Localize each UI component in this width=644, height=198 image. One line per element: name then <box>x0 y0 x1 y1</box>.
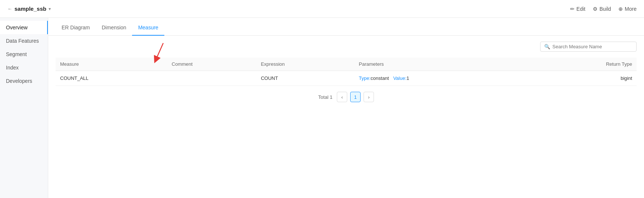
col-measure: Measure <box>56 58 167 71</box>
pagination-page-1[interactable]: 1 <box>350 92 361 102</box>
cell-return-type: bigint <box>532 71 637 86</box>
pagination-next-button[interactable]: › <box>364 92 374 102</box>
col-expression: Expression <box>256 58 354 71</box>
pagination: Total 1 ‹ 1 › <box>56 92 637 102</box>
param-value-label: Value: <box>393 75 407 81</box>
cell-parameters: Type:constant Value:1 <box>354 71 532 86</box>
edit-button[interactable]: ✏ Edit <box>570 6 585 12</box>
header: ← sample_ssb ▾ ✏ Edit ⚙ Build ⊕ More <box>0 0 644 18</box>
col-comment: Comment <box>167 58 256 71</box>
table-header-row: Measure Comment Expression Parameters Re… <box>56 58 637 71</box>
edit-icon: ✏ <box>570 6 575 12</box>
header-left: ← sample_ssb ▾ <box>7 6 51 12</box>
tab-er-diagram[interactable]: ER Diagram <box>56 20 96 36</box>
param-type-label: Type: <box>359 75 371 81</box>
chevron-down-icon[interactable]: ▾ <box>49 6 51 12</box>
cell-comment <box>167 71 256 86</box>
col-return-type: Return Type <box>532 58 637 71</box>
pagination-prev-button[interactable]: ‹ <box>337 92 347 102</box>
edit-label: Edit <box>576 6 585 12</box>
measure-table: Measure Comment Expression Parameters Re… <box>56 58 637 86</box>
tab-bar: ER Diagram Dimension Measure <box>48 18 644 36</box>
tab-measure[interactable]: Measure <box>132 20 164 36</box>
sidebar-item-index[interactable]: Index <box>0 61 48 74</box>
back-button[interactable]: ← <box>7 6 12 12</box>
sidebar: Overview Data Features Segment Index Dev… <box>0 18 48 198</box>
build-icon: ⚙ <box>593 6 598 12</box>
project-title: sample_ssb <box>14 6 46 12</box>
search-input[interactable] <box>552 44 632 49</box>
col-parameters: Parameters <box>354 58 532 71</box>
build-label: Build <box>599 6 611 12</box>
sidebar-item-developers[interactable]: Developers <box>0 74 48 88</box>
more-icon: ⊕ <box>618 6 623 12</box>
sidebar-item-overview[interactable]: Overview <box>0 21 48 34</box>
sidebar-item-segment[interactable]: Segment <box>0 48 48 61</box>
header-actions: ✏ Edit ⚙ Build ⊕ More <box>570 6 637 12</box>
param-value-value: 1 <box>407 75 409 81</box>
table-row: COUNT_ALL COUNT Type:constant Value:1 bi… <box>56 71 637 86</box>
cell-expression: COUNT <box>256 71 354 86</box>
search-bar: 🔍 <box>56 42 637 52</box>
param-type-value: constant <box>371 75 389 81</box>
more-button[interactable]: ⊕ More <box>618 6 637 12</box>
cell-measure: COUNT_ALL <box>56 71 167 86</box>
main-content: ER Diagram Dimension Measure <box>48 18 644 198</box>
search-input-wrapper[interactable]: 🔍 <box>540 42 637 52</box>
layout: Overview Data Features Segment Index Dev… <box>0 18 644 198</box>
build-button[interactable]: ⚙ Build <box>593 6 611 12</box>
more-label: More <box>625 6 637 12</box>
search-icon: 🔍 <box>544 44 550 49</box>
sidebar-item-data-features[interactable]: Data Features <box>0 34 48 48</box>
tab-dimension[interactable]: Dimension <box>96 20 132 36</box>
content-area: 🔍 Measure Comment Expression Parameters … <box>48 36 644 198</box>
pagination-total: Total 1 <box>318 94 332 100</box>
